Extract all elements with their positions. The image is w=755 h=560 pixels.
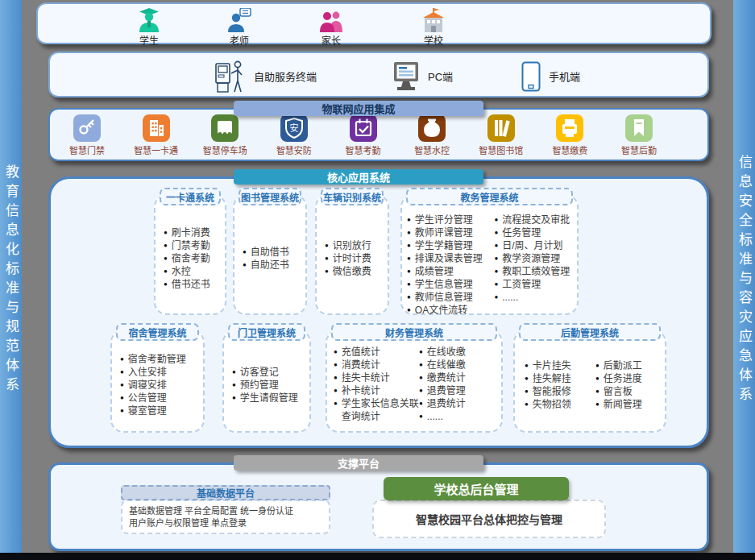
iot-item-one-card: 智慧一卡通 [128, 114, 185, 161]
base-platform-line2: 用户账户与权限管理 单点登录 [129, 517, 322, 529]
bullet-icon: ● [595, 372, 599, 385]
system-title: 车辆识别系统 [321, 188, 384, 205]
left-standards-bar: 教育信息化标准与规范体系 [0, 0, 22, 560]
feature-item-label: 退费统计 [427, 397, 466, 410]
user-item-label: 学校 [404, 33, 463, 47]
feature-item: ●退费管理 [419, 384, 496, 397]
feature-list: ●访客登记●预约管理●学生请假管理 [232, 366, 298, 404]
feature-item: ●识别放行 [325, 239, 371, 252]
bullet-icon: ● [334, 359, 338, 371]
door-access-icon [73, 114, 101, 142]
attendance-calendar-icon [350, 114, 377, 142]
system-title: 后勤管理系统 [519, 323, 661, 341]
logistics-bookmark-icon [625, 114, 653, 142]
feature-list: ●后勤派工●任务进度●留言板●新闻管理 [595, 359, 660, 411]
school-icon [404, 8, 463, 32]
feature-item-label: 宿舍考勤 [172, 252, 210, 265]
system-box-vehicle: 车辆识别系统 ●识别放行●计时计费●微信缴费 [315, 194, 389, 315]
bullet-icon: ● [595, 398, 599, 411]
feature-item: ●卡片挂失 [525, 359, 595, 372]
bullet-icon: ● [334, 346, 338, 359]
bullet-icon: ● [243, 259, 247, 272]
iot-item-payment: 智慧缴费 [541, 114, 598, 161]
feature-item-label: 刷卡消费 [172, 226, 210, 239]
feature-list: ●充值统计●消费统计●挂失卡统计●补卡统计●学生家长信息关联查询统计 [334, 346, 419, 423]
bullet-icon: ● [407, 278, 411, 291]
one-card-icon [143, 114, 170, 142]
base-data-platform-title: 基础数据平台 [121, 485, 330, 500]
system-box-logistics: 后勤管理系统 ●卡片挂失●挂失解挂●智能报修●失物招领 ●后勤派工●任务进度●留… [513, 330, 666, 433]
feature-list: ●识别放行●计时计费●微信缴费 [325, 239, 371, 278]
system-title: 一卡通系统 [160, 188, 221, 205]
feature-item: ●教学资源管理 [494, 252, 574, 265]
iot-item-parking: 智慧停车场 [197, 114, 253, 161]
base-platform-line1: 基础数据管理 平台全局配置 统一身份认证 [129, 505, 322, 517]
feature-item-label: 挂失卡统计 [342, 371, 390, 384]
terminal-item-mobile: 手机端 [521, 53, 580, 99]
payment-pos-icon [556, 114, 583, 142]
system-box-academic: 教务管理系统 ●学生评分管理●教师评课管理●学生学籍管理●排课及课表管理●成绩管… [400, 194, 579, 315]
feature-item-label: 门禁考勤 [172, 239, 210, 252]
system-title: 财务管理系统 [331, 323, 497, 341]
bullet-icon: ● [164, 226, 168, 239]
feature-item: ●在线收缴 [419, 346, 496, 359]
feature-item: ●OA文件流转 [407, 304, 494, 317]
feature-list: ●在线收缴●在线催缴●缴费统计●退费管理●退费统计●...... [419, 346, 496, 423]
feature-item-label: 教职工绩效管理 [502, 265, 570, 278]
feature-item-label: 公告管理 [128, 392, 167, 404]
terminal-item-label: 手机端 [549, 68, 580, 84]
feature-item-label: 预约管理 [240, 379, 279, 392]
bullet-icon: ● [407, 252, 411, 265]
user-item-label: 学生 [120, 33, 178, 47]
bullet-icon: ● [120, 392, 124, 404]
bullet-icon: ● [407, 265, 411, 278]
feature-item: ●消费统计 [334, 359, 419, 371]
feature-item: ●宿舍考勤 [164, 252, 210, 265]
user-item-label: 家长 [302, 33, 360, 47]
bullet-icon: ● [407, 239, 411, 252]
feature-item: ●自助还书 [243, 259, 289, 272]
bullet-icon: ● [164, 252, 168, 265]
feature-item-label: 退费管理 [427, 384, 466, 397]
feature-item: ●新闻管理 [595, 398, 660, 411]
feature-item-label: 挂失解挂 [533, 372, 571, 385]
feature-item-label: 消费统计 [342, 359, 380, 371]
feature-item: ●自助借书 [243, 246, 289, 259]
feature-list: ●学生评分管理●教师评课管理●学生学籍管理●排课及课表管理●成绩管理●学生信息管… [407, 214, 494, 317]
feature-item-label: 教学资源管理 [502, 252, 560, 265]
feature-item: ●教师信息管理 [407, 291, 494, 304]
bullet-icon: ● [407, 226, 411, 239]
system-title: 教务管理系统 [406, 188, 573, 205]
feature-item: ●排课及课表管理 [407, 252, 494, 265]
bullet-icon: ● [525, 372, 529, 385]
feature-item-label: 任务管理 [502, 226, 541, 239]
feature-item-label: 计时计费 [333, 252, 371, 265]
bullet-icon: ● [419, 346, 423, 359]
feature-item-label: 学生评分管理 [415, 214, 473, 226]
pc-icon [392, 61, 420, 92]
system-box-finance: 财务管理系统 ●充值统计●消费统计●挂失卡统计●补卡统计●学生家长信息关联查询统… [326, 330, 503, 433]
bullet-icon: ● [494, 214, 498, 226]
bullet-icon: ● [232, 366, 236, 379]
feature-item: ●日/周、月计划 [494, 239, 574, 252]
feature-item: ●预约管理 [232, 379, 298, 392]
feature-item: ●教职工绩效管理 [494, 265, 574, 278]
feature-item: ●...... [419, 410, 496, 423]
feature-item-label: 留言板 [604, 385, 633, 398]
iot-item-security: 安 智慧安防 [266, 114, 322, 161]
bullet-icon: ● [419, 359, 423, 371]
bullet-icon: ● [334, 384, 338, 397]
security-shield-icon: 安 [280, 114, 308, 142]
feature-item-label: 学生家长信息关联查询统计 [342, 397, 419, 423]
feature-item: ●失物招领 [525, 398, 595, 411]
system-title: 图书管理系统 [239, 188, 301, 205]
iot-item-library: 智慧图书馆 [473, 114, 529, 161]
terminals-panel: 自助服务终端 PC端 手机端 [48, 52, 709, 97]
user-item-label: 老师 [210, 33, 268, 47]
bullet-icon: ● [325, 239, 329, 252]
parking-icon [211, 114, 239, 142]
feature-item: ●寝室管理 [120, 404, 186, 417]
bullet-icon: ● [494, 265, 498, 278]
system-box-dormitory: 宿舍管理系统 ●宿舍考勤管理●入住安排●调寝安排●公告管理●寝室管理 [110, 330, 205, 433]
iot-item-door-access: 智慧门禁 [59, 114, 115, 161]
